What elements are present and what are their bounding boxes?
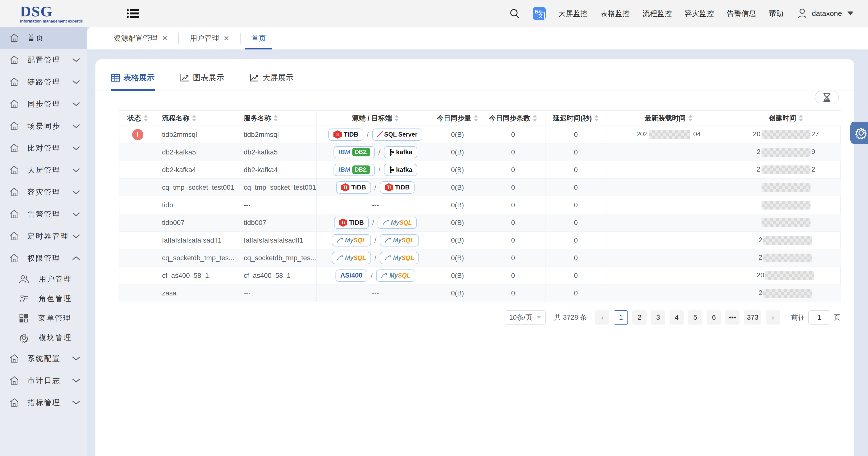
goto-page: 前往 页: [791, 310, 841, 325]
sidebar-item-1[interactable]: 首页: [0, 27, 87, 49]
column-header-9[interactable]: 创建时间: [731, 111, 841, 126]
page-button-6[interactable]: 6: [707, 310, 721, 325]
sidebar-item-13[interactable]: 审计日志: [0, 370, 87, 392]
nav-link-help[interactable]: 帮助: [769, 8, 783, 19]
column-header-1[interactable]: 状态: [119, 111, 156, 126]
db-badge-tidb: TiTiDB: [334, 217, 369, 229]
sort-carets-icon[interactable]: [799, 115, 803, 121]
column-header-4[interactable]: 源端 / 目标端: [317, 111, 434, 126]
column-header-5[interactable]: 今日同步量: [434, 111, 481, 126]
table-row-4[interactable]: cq_tmp_socket_test001cq_tmp_socket_test0…: [119, 179, 840, 196]
censored-timestamp: 202:04: [636, 130, 701, 139]
cell-endpoints: ---: [317, 284, 434, 302]
nav-link-screen-monitor[interactable]: 大屏监控: [558, 8, 588, 19]
language-toggle-icon[interactable]: En 文: [533, 7, 546, 20]
nav-link-table-monitor[interactable]: 表格监控: [600, 8, 630, 19]
sidebar-item-14[interactable]: 指标管理: [0, 392, 87, 414]
cell-load-time: [607, 249, 731, 267]
error-status-icon[interactable]: !: [132, 129, 144, 140]
dsg-logo[interactable]: DSG information management expert®: [20, 4, 83, 23]
search-icon[interactable]: [509, 8, 520, 19]
tidb-logo-icon: Ti: [333, 130, 342, 139]
cell-process-name: cq_socketdb_tmp_tes...: [156, 249, 238, 267]
db-badge-db2: IBMDB2.: [334, 164, 375, 176]
sidebar-item-9[interactable]: 告警管理: [0, 203, 87, 225]
sort-carets-icon[interactable]: [192, 115, 196, 121]
sort-carets-icon[interactable]: [533, 115, 537, 121]
sort-carets-icon[interactable]: [144, 115, 148, 121]
cell-service-name: db2-kafka5: [238, 144, 317, 161]
doc-tab-用户管理[interactable]: 用户管理✕: [179, 27, 240, 50]
sort-carets-icon[interactable]: [688, 115, 692, 121]
column-header-3[interactable]: 服务名称: [238, 111, 317, 126]
table-row-8[interactable]: cq_socketdb_tmp_tes...cq_socketdb_tmp_te…: [119, 249, 840, 267]
cell-service-name: cq_tmp_socket_test001: [238, 179, 317, 196]
table-row-2[interactable]: db2-kafka5db2-kafka5IBMDB2./kafka0(B)002…: [119, 144, 840, 161]
sidebar-subitem-菜单管理[interactable]: 菜单管理: [0, 308, 87, 328]
sidebar-item-10[interactable]: 定时器管理: [0, 225, 87, 247]
doc-tab-首页[interactable]: 首页: [241, 27, 277, 50]
history-hourglass-button[interactable]: [815, 91, 839, 104]
column-header-6[interactable]: 今日同步条数: [481, 111, 546, 126]
table-row-1[interactable]: !tidb2mmsqltidb2mmsqlTiTiDB/⟋SQL Server0…: [119, 126, 840, 144]
close-icon[interactable]: ✕: [223, 34, 229, 42]
sidebar-collapse-button[interactable]: [126, 8, 140, 19]
sidebar-subitem-模块管理[interactable]: 模块管理: [0, 328, 87, 347]
settings-drawer-tab[interactable]: [850, 122, 868, 144]
sort-carets-icon[interactable]: [395, 115, 399, 121]
nav-link-alarm-info[interactable]: 告警信息: [727, 8, 756, 19]
goto-label: 前往: [791, 313, 805, 322]
sidebar-item-7[interactable]: 大屏管理: [0, 159, 87, 181]
table-row-5[interactable]: tidb------0(B)00: [119, 196, 840, 214]
sidebar-item-6[interactable]: 比对管理: [0, 137, 87, 159]
table-row-10[interactable]: zasa------0(B)002: [119, 284, 840, 302]
sidebar-subitem-用户管理[interactable]: 用户管理: [0, 269, 87, 289]
view-tab-图表展示[interactable]: 图表展示: [180, 72, 224, 91]
sidebar-item-12[interactable]: 系统配置: [0, 347, 87, 370]
view-tab-表格展示[interactable]: 表格展示: [111, 72, 155, 91]
censored-timestamp: [761, 201, 811, 210]
page-button-3[interactable]: 3: [651, 310, 665, 325]
prev-page-button[interactable]: ‹: [595, 310, 609, 325]
sort-carets-icon[interactable]: [274, 115, 278, 121]
sidebar-item-3[interactable]: 链路管理: [0, 71, 87, 93]
censored-timestamp: [761, 183, 811, 192]
doc-tab-资源配置管理[interactable]: 资源配置管理✕: [103, 27, 178, 50]
sidebar-item-4[interactable]: 同步管理: [0, 93, 87, 115]
column-header-7[interactable]: 延迟时间(秒): [546, 111, 607, 126]
sidebar-item-5[interactable]: 场景同步: [0, 115, 87, 137]
mosaic-blur: [762, 148, 810, 157]
goto-page-input[interactable]: [808, 310, 830, 325]
page-size-select[interactable]: 10条/页: [505, 310, 546, 325]
table-row-9[interactable]: cf_as400_58_1cf_as400_58_1AS/400/MySQL0(…: [119, 267, 840, 284]
nav-link-dr-monitor[interactable]: 容灾监控: [685, 8, 714, 19]
close-icon[interactable]: ✕: [162, 34, 167, 42]
view-tab-大屏展示[interactable]: 大屏展示: [250, 72, 293, 91]
cell-service-name: faffafsfafsafafsadff1: [238, 232, 317, 249]
cell-endpoints: MySQL/MySQL: [317, 249, 434, 267]
more-pages-button[interactable]: •••: [725, 310, 740, 325]
table-row-7[interactable]: faffafsfafsafafsadff1faffafsfafsafafsadf…: [119, 232, 840, 249]
sort-carets-icon[interactable]: [594, 115, 598, 121]
cell-endpoints: ---: [317, 196, 434, 214]
sidebar-subitem-角色管理[interactable]: 角色管理: [0, 289, 87, 308]
column-header-2[interactable]: 流程名称: [156, 111, 238, 126]
page-button-1[interactable]: 1: [614, 310, 628, 325]
sidebar-item-11[interactable]: 权限管理: [0, 247, 87, 269]
sort-carets-icon[interactable]: [474, 115, 478, 121]
page-button-373[interactable]: 373: [744, 310, 761, 325]
sidebar-item-8[interactable]: 容灾管理: [0, 181, 87, 203]
page-button-4[interactable]: 4: [670, 310, 684, 325]
sidebar-item-2[interactable]: 配置管理: [0, 49, 87, 71]
cell-status: [119, 179, 156, 196]
user-menu[interactable]: dataxone: [796, 8, 853, 19]
nav-link-process-monitor[interactable]: 流程监控: [643, 8, 672, 19]
column-header-8[interactable]: 最新装载时间: [607, 111, 731, 126]
cell-endpoints: IBMDB2./kafka: [317, 144, 434, 161]
page-button-2[interactable]: 2: [632, 310, 647, 325]
next-page-button[interactable]: ›: [766, 310, 780, 325]
cell-status: [119, 249, 156, 267]
table-row-3[interactable]: db2-kafka4db2-kafka4IBMDB2./kafka0(B)002…: [119, 161, 840, 179]
table-row-6[interactable]: tidb007tidb007TiTiDB/MySQL0(B)00: [119, 214, 840, 232]
page-button-5[interactable]: 5: [688, 310, 702, 325]
